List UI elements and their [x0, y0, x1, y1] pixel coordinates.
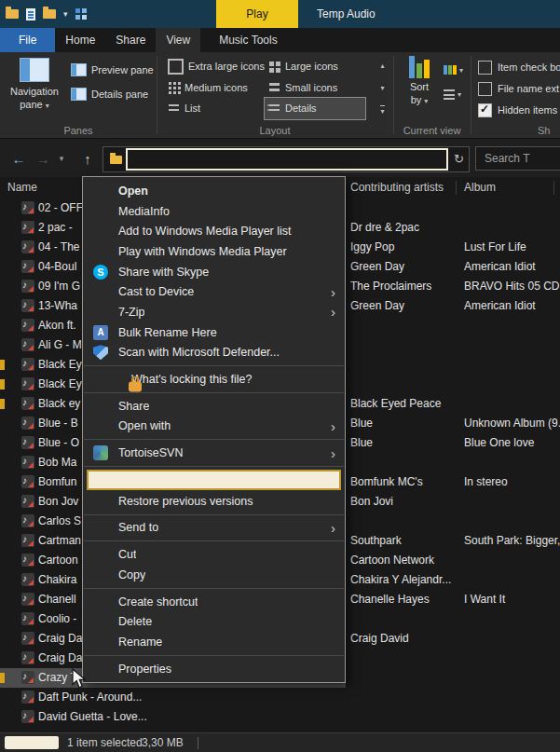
layout-option-details[interactable]: Details — [265, 98, 365, 119]
navigation-pane-button[interactable]: Navigationpane ▾ — [7, 56, 61, 117]
file-explorer-window: ▾ Play Temp Audio File Home Share View M… — [0, 0, 560, 752]
group-by-button[interactable]: ▾ — [444, 60, 469, 80]
file-row-david-guetta-love[interactable]: ♪David Guetta - Love... — [0, 707, 560, 727]
context-menu: OpenMediaInfoAdd to Windows Media Player… — [82, 176, 346, 683]
tab-music-tools[interactable]: Music Tools — [208, 28, 288, 52]
refresh-button[interactable]: ↻ — [451, 147, 467, 170]
menu-item-tortoisesvn[interactable]: TortoiseSVN› — [83, 443, 345, 463]
checkbox-box[interactable] — [478, 61, 492, 75]
ribbon-group-label: Panes — [0, 125, 157, 136]
explorer-folder-icon[interactable] — [6, 9, 19, 19]
menu-item-label: Open with — [118, 419, 171, 432]
tab-file[interactable]: File — [0, 28, 55, 52]
menu-item-mediainfo[interactable]: MediaInfo — [83, 201, 345, 222]
contributing-artists: Dr dre & 2pac — [350, 221, 460, 234]
music-file-icon: ♪ — [21, 593, 34, 606]
submenu-arrow-icon: › — [331, 285, 335, 299]
svn-icon — [93, 445, 108, 460]
checkbox-box[interactable] — [478, 103, 492, 117]
checkbox-box[interactable] — [478, 82, 492, 96]
tab-view[interactable]: View — [156, 28, 200, 52]
recent-locations-dropdown[interactable]: ▾ — [54, 139, 69, 178]
search-box[interactable]: Search T — [475, 146, 560, 171]
menu-item-open[interactable]: Open — [83, 181, 345, 201]
qat-customize-chevron-icon[interactable]: ▾ — [63, 9, 68, 19]
menu-item-redacted[interactable] — [87, 470, 341, 490]
address-bar[interactable]: ↻ — [102, 146, 470, 172]
gallery-up-button[interactable]: ▴ — [376, 56, 389, 75]
layout-option-large-icons[interactable]: Large icons — [265, 56, 365, 77]
menu-separator — [84, 540, 344, 541]
up-button[interactable]: ↑ — [76, 139, 99, 178]
folder-icon — [110, 156, 122, 164]
layout-gallery-scroll: ▴ ▾ ▾ — [376, 56, 389, 119]
music-file-icon: ♪ — [21, 280, 34, 293]
play-contextual-tab-header[interactable]: Play — [216, 0, 298, 28]
preview-pane-icon — [71, 63, 87, 76]
menu-item-send-to[interactable]: Send to› — [83, 518, 345, 539]
music-file-icon: ♪ — [21, 612, 34, 625]
layout-option-extra-large-icons[interactable]: Extra large icons — [164, 56, 265, 77]
menu-item-scan-with-microsoft-defender[interactable]: Scan with Microsoft Defender... — [83, 343, 345, 363]
preview-pane-button[interactable]: Preview pane — [71, 60, 155, 80]
column-divider[interactable] — [456, 181, 457, 195]
checkbox-file-name-ext[interactable]: File name ext — [478, 81, 559, 96]
album: South Park: Bigger, L — [464, 534, 560, 547]
menu-item-label: Cast to Device — [118, 285, 194, 298]
tab-share[interactable]: Share — [105, 28, 156, 52]
menu-item-label: What's locking this file? — [131, 373, 253, 386]
ribbon: Navigationpane ▾ Preview pane Details pa… — [0, 52, 560, 138]
menu-item-create-shortcut[interactable]: Create shortcut — [83, 592, 345, 612]
qat-grid-icon[interactable] — [75, 8, 87, 20]
new-folder-icon[interactable] — [43, 9, 56, 19]
layout-option-label: Small icons — [285, 82, 337, 93]
menu-item-add-to-windows-media-player-list[interactable]: Add to Windows Media Player list — [83, 221, 345, 241]
menu-item-rename[interactable]: Rename — [83, 632, 345, 652]
menu-item-play-with-windows-media-player[interactable]: Play with Windows Media Player — [83, 241, 345, 262]
file-name: Daft Punk - Around... — [38, 690, 169, 704]
layout-option-list[interactable]: List — [164, 98, 265, 119]
menu-item-share[interactable]: Share — [83, 396, 345, 417]
back-button[interactable]: ← — [7, 139, 30, 178]
gallery-down-button[interactable]: ▾ — [376, 78, 389, 97]
layout-option-small-icons[interactable]: Small icons — [265, 77, 365, 99]
ribbon-group-label: Sh — [538, 125, 550, 136]
add-columns-button[interactable]: ▾ — [444, 84, 469, 104]
tab-home[interactable]: Home — [55, 28, 105, 52]
sort-by-button[interactable]: Sortby ▾ — [399, 56, 440, 117]
gallery-more-button[interactable]: ▾ — [376, 101, 389, 119]
menu-item-properties[interactable]: Properties — [83, 659, 345, 679]
menu-item-bulk-rename-here[interactable]: ABulk Rename Here — [83, 322, 345, 343]
menu-item-restore-previous-versions[interactable]: Restore previous versions — [83, 491, 345, 512]
menu-item-copy[interactable]: Copy — [83, 565, 345, 585]
checkbox-item-check-bo[interactable]: Item check bo — [478, 60, 560, 75]
music-file-icon: ♪ — [21, 495, 34, 508]
defender-icon — [93, 345, 108, 360]
file-row-daft-punk-around[interactable]: ♪Daft Punk - Around... — [0, 688, 560, 707]
music-file-icon: ♪ — [21, 338, 34, 351]
file-name: David Guetta - Love... — [38, 710, 169, 723]
music-file-icon: ♪ — [21, 201, 34, 214]
sort-by-icon — [409, 56, 430, 78]
properties-icon[interactable] — [26, 8, 35, 21]
forward-button[interactable]: → — [32, 139, 54, 178]
menu-item-delete[interactable]: Delete — [83, 611, 345, 632]
menu-item-share-with-skype[interactable]: SShare with Skype — [83, 262, 345, 282]
ribbon-tab-bar: File Home Share View Music Tools — [0, 28, 560, 52]
column-header-name[interactable]: Name — [7, 181, 37, 194]
album: American Idiot — [464, 260, 560, 273]
music-file-icon: ♪ — [21, 475, 34, 488]
menu-item-cast-to-device[interactable]: Cast to Device› — [83, 281, 345, 302]
menu-item-open-with[interactable]: Open with› — [83, 417, 345, 437]
address-redacted-box — [126, 148, 448, 171]
menu-item-7-zip[interactable]: 7-Zip› — [83, 302, 345, 322]
column-header-album[interactable]: Album — [464, 181, 496, 194]
checkbox-hidden-items[interactable]: Hidden items — [478, 103, 557, 117]
menu-item-label: Add to Windows Media Player list — [118, 225, 292, 238]
details-pane-button[interactable]: Details pane — [71, 84, 155, 104]
layout-option-medium-icons[interactable]: Medium icons — [164, 77, 265, 99]
menu-item-what-s-locking-this-file[interactable]: What's locking this file? — [83, 369, 345, 390]
menu-item-cut[interactable]: Cut — [83, 544, 345, 565]
column-header-contributing-artists[interactable]: Contributing artists — [350, 181, 444, 194]
column-divider[interactable] — [553, 181, 554, 195]
